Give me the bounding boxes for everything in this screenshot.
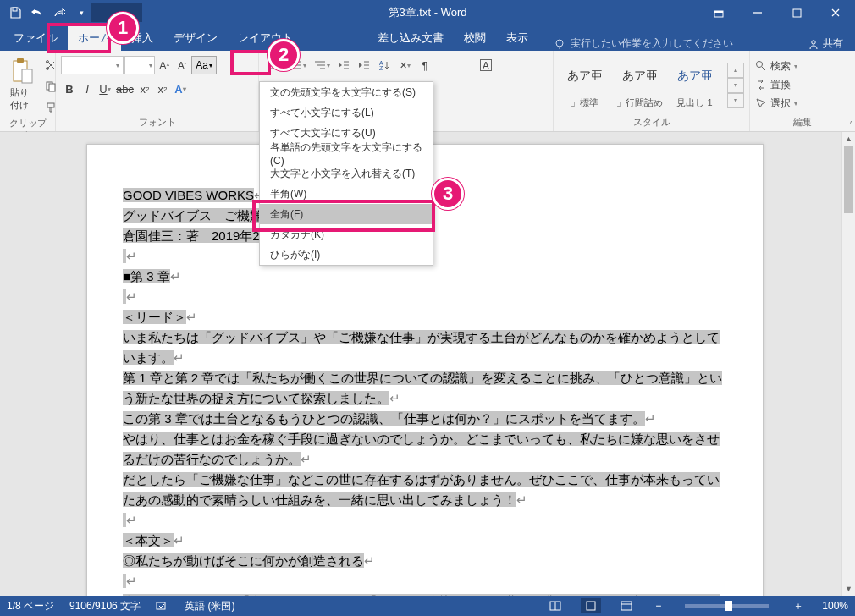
share-button[interactable]: 共有	[808, 36, 843, 51]
share-label: 共有	[823, 36, 843, 51]
window-title: 第3章.txt - Word	[389, 5, 467, 20]
cut-icon	[45, 59, 57, 71]
menu-lowercase[interactable]: すべて小文字にする(L)	[260, 102, 433, 123]
menu-fullwidth[interactable]: 全角(F)	[260, 204, 433, 224]
increase-indent-button[interactable]	[356, 56, 372, 74]
font-group-label: フォント	[61, 116, 253, 131]
document-line: 第 1 章と第 2 章では「私たちが働くこの世界についての認識」を変えることに挑…	[123, 368, 727, 409]
styles-scroll-up[interactable]: ▴	[727, 63, 744, 78]
svg-text:Z: Z	[379, 65, 383, 71]
superscript-button[interactable]: x2	[154, 80, 171, 98]
lightbulb-icon	[554, 38, 565, 50]
document-line: ↵	[123, 571, 727, 591]
italic-button[interactable]: I	[79, 80, 96, 98]
ribbon-display-options-icon[interactable]	[699, 0, 738, 25]
document-line: この第 3 章では土台となるもうひとつの認識、「仕事とは何か？」にスポットを当て…	[123, 409, 727, 429]
asian-layout-button[interactable]: ✕▾	[396, 56, 413, 74]
menu-toggle-case[interactable]: 大文字と小文字を入れ替える(T)	[260, 163, 433, 184]
minimize-button[interactable]	[738, 0, 777, 25]
multilevel-list-button[interactable]: ▾	[312, 56, 332, 74]
tell-me-box[interactable]: 実行したい作業を入力してください	[554, 36, 733, 51]
find-button[interactable]: 検索▾	[755, 58, 797, 74]
zoom-out-button[interactable]: −	[652, 600, 665, 612]
font-size-combo[interactable]: ▾	[124, 56, 155, 74]
undo-icon[interactable]	[27, 3, 47, 23]
paste-button[interactable]: 貼り付け	[5, 54, 39, 115]
svg-rect-0	[13, 8, 17, 11]
status-spellcheck-icon[interactable]	[156, 600, 169, 612]
zoom-slider[interactable]	[685, 604, 770, 608]
redo-icon[interactable]	[49, 3, 69, 23]
subscript-button[interactable]: x2	[136, 80, 153, 98]
qat-dropdown-icon[interactable]: ▾	[71, 3, 91, 23]
menu-halfwidth[interactable]: 半角(W)	[260, 184, 433, 204]
replace-icon	[755, 79, 767, 91]
view-print-layout[interactable]	[581, 598, 601, 613]
group-clipboard: 貼り付け クリップボ…	[0, 51, 56, 131]
view-web-layout[interactable]	[616, 598, 637, 613]
select-button[interactable]: 選択▾	[755, 95, 797, 112]
style-normal[interactable]: あア亜 」標準	[559, 61, 610, 110]
scroll-up-icon[interactable]: ▲	[842, 132, 855, 146]
svg-rect-15	[47, 103, 54, 107]
font-name-combo[interactable]: ▾	[61, 56, 124, 74]
view-read-mode[interactable]	[545, 598, 565, 613]
menu-hiragana[interactable]: ひらがな(I)	[260, 245, 433, 265]
quick-access-toolbar: ▾	[0, 3, 91, 23]
tab-review[interactable]: 校閲	[454, 25, 496, 51]
document-line: ◎私たちが動けばそこに何かが創造される↵	[123, 551, 727, 571]
maximize-button[interactable]	[777, 0, 816, 25]
tab-mailings[interactable]: 差し込み文書	[367, 25, 454, 51]
strikethrough-button[interactable]: abc	[114, 80, 135, 98]
sort-button[interactable]: AZ	[376, 56, 393, 74]
scroll-thumb[interactable]	[844, 146, 853, 213]
show-hide-button[interactable]: ¶	[416, 56, 433, 74]
decrease-indent-button[interactable]	[335, 56, 352, 74]
window-controls	[699, 0, 855, 25]
styles-scroll-down[interactable]: ▾	[727, 78, 744, 93]
style-heading1[interactable]: あア亜 見出し 1	[669, 61, 720, 110]
tab-view[interactable]: 表示	[496, 25, 538, 51]
shrink-font-button[interactable]: Aˇ	[174, 56, 190, 74]
svg-rect-14	[49, 84, 55, 91]
char-border-button[interactable]: A	[477, 56, 494, 74]
editing-group-label: 編集	[755, 116, 850, 131]
menu-capitalize-each[interactable]: 各単語の先頭文字を大文字にする(C)	[260, 143, 433, 163]
tab-file[interactable]: ファイル	[3, 25, 68, 51]
styles-expand[interactable]: ▾	[727, 93, 744, 108]
search-icon	[755, 60, 767, 72]
grow-font-button[interactable]: A^	[156, 56, 173, 74]
callout-3: 3	[432, 178, 464, 210]
replace-button[interactable]: 置換	[755, 76, 791, 93]
vertical-scrollbar[interactable]: ▲ ▼	[841, 132, 855, 596]
style-no-spacing[interactable]: あア亜 」行間詰め	[614, 61, 665, 110]
tab-design[interactable]: デザイン	[163, 25, 228, 51]
text-effects-button[interactable]: A▾	[172, 80, 189, 98]
svg-point-5	[556, 40, 563, 47]
svg-rect-10	[22, 69, 32, 83]
svg-point-58	[757, 62, 763, 68]
status-word-count[interactable]: 9106/9106 文字	[69, 599, 141, 613]
tell-me-placeholder: 実行したい作業を入力してください	[571, 36, 733, 51]
scroll-down-icon[interactable]: ▼	[842, 582, 855, 596]
share-icon	[808, 38, 819, 50]
save-icon[interactable]	[5, 3, 25, 23]
document-line: やはり、仕事とはお金を稼ぐ手段に過ぎないのでしょうか。どこまでいっても、私たちに…	[123, 429, 727, 470]
svg-line-59	[762, 67, 765, 70]
zoom-in-button[interactable]: ＋	[790, 599, 807, 613]
collapse-ribbon-icon[interactable]: ˄	[849, 120, 853, 129]
document-line: ＜本文＞↵	[123, 531, 727, 551]
underline-button[interactable]: U▾	[97, 80, 113, 98]
status-page[interactable]: 1/8 ページ	[7, 599, 54, 613]
status-language[interactable]: 英語 (米国)	[185, 599, 234, 613]
close-button[interactable]	[816, 0, 855, 25]
menu-sentence-case[interactable]: 文の先頭文字を大文字にする(S)	[260, 82, 433, 102]
change-case-button[interactable]: Aa▾	[191, 56, 217, 74]
copy-icon	[45, 80, 57, 92]
document-line: だとしたら「ご機嫌な仕事」などこの世に存在するはずがありません。ぜひここで、仕事…	[123, 470, 727, 510]
group-editing: 検索▾ 置換 選択▾ 編集	[750, 51, 855, 131]
svg-rect-60	[157, 602, 165, 609]
menu-katakana[interactable]: カタカナ(K)	[260, 224, 433, 245]
bold-button[interactable]: B	[61, 80, 78, 98]
zoom-level[interactable]: 100%	[822, 600, 848, 612]
